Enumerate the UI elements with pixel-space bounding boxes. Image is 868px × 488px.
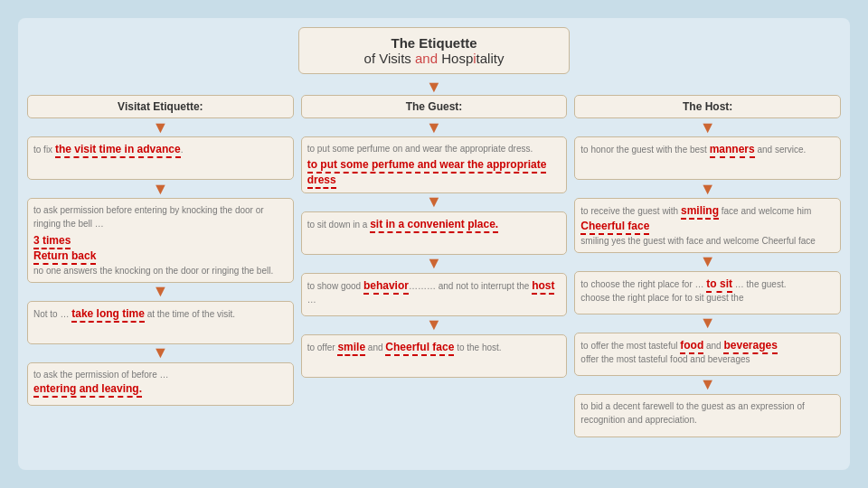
col2-arrow4: ▼ (301, 322, 568, 329)
col1-cell2: to ask permission before entering by kno… (27, 198, 294, 283)
col2-arrow2: ▼ (301, 199, 568, 206)
sit-convenient-overlay: sit in a convenient place. (370, 218, 498, 233)
behavior-overlay: behavior (363, 279, 409, 295)
title-box: The Etiquette of Visits and Hospitality (298, 27, 570, 74)
col2-cell2: to sit down in a sit in a convenient pla… (301, 211, 568, 255)
col3: The Host: ▼ to honor the guest with the … (574, 95, 841, 437)
col3-header: The Host: (574, 95, 841, 118)
smiling-overlay: smiling (681, 204, 719, 220)
col1-cell3: Not to … take long time at the time of t… (27, 301, 294, 344)
entering-leaving-overlay: entering and leaving. (33, 382, 142, 398)
col3-cell5: to bid a decent farewell to the guest as… (574, 394, 841, 437)
cheerful-face2-overlay: Cheerful face (385, 341, 454, 356)
food-overlay: food (680, 339, 703, 354)
col2-cell4: to offer smile and Cheerful face to the … (301, 334, 568, 378)
col1-arrow4: ▼ (27, 350, 294, 357)
col2-arrow1: ▼ (301, 124, 568, 131)
col3-cell4: to offer the most tasteful food and beve… (574, 333, 841, 376)
col1-arrow2: ▼ (27, 185, 294, 192)
title-of: of Visits (364, 51, 415, 66)
smile-overlay: smile (337, 341, 365, 356)
cheerful-face-overlay: Cheerful face (580, 220, 649, 235)
manners-overlay: manners (710, 143, 755, 158)
title-and: and (415, 51, 438, 66)
col2-cell3: to show good behavior……… and not to inte… (301, 273, 568, 316)
col1: Visitat Etiquette: ▼ to fix the visit ti… (27, 95, 294, 437)
col1-cell4: to ask the permission of before … enteri… (27, 362, 294, 406)
visit-time-overlay: the visit time in advance (55, 143, 181, 158)
dress-overlay: to put some perfume and wear the appropr… (307, 158, 547, 189)
columns-wrapper: Visitat Etiquette: ▼ to fix the visit ti… (27, 95, 841, 437)
col3-arrow3: ▼ (574, 258, 841, 266)
title-line1: The Etiquette (317, 35, 551, 51)
take-long-time-overlay: take long time (71, 307, 145, 323)
col3-cell1: to honor the guest with the best manners… (574, 136, 841, 180)
col2: The Guest: ▼ to put some perfume on and … (301, 95, 568, 437)
three-times-overlay: 3 times (33, 234, 71, 249)
to-sit-overlay: to sit (706, 277, 732, 293)
col2-cell1: to put some perfume on and wear the appr… (301, 136, 568, 193)
col3-cell3: to choose the right place for … to sit …… (574, 271, 841, 314)
beverages-overlay: beverages (723, 339, 777, 354)
col1-arrow1: ▼ (27, 124, 294, 131)
col3-arrow4: ▼ (574, 320, 841, 327)
col3-arrow2: ▼ (574, 185, 841, 192)
col1-header: Visitat Etiquette: (27, 95, 294, 118)
col3-arrow1: ▼ (574, 124, 841, 131)
col2-arrow3: ▼ (301, 260, 568, 267)
col2-header: The Guest: (301, 95, 568, 118)
col3-cell2: to receive the guest with smiling face a… (574, 198, 841, 253)
host-overlay: host (532, 279, 554, 295)
main-container: The Etiquette of Visits and Hospitality … (18, 18, 850, 470)
return-back-overlay: Return back (33, 249, 96, 265)
col3-arrow5: ▼ (574, 381, 841, 389)
title-line2: of Visits and Hospitality (317, 51, 551, 66)
title-arrow: ▼ (27, 83, 841, 90)
title-hosp: Hospitality (441, 51, 504, 66)
col1-cell1: to fix the visit time in advance. (27, 136, 294, 180)
col1-arrow3: ▼ (27, 288, 294, 296)
